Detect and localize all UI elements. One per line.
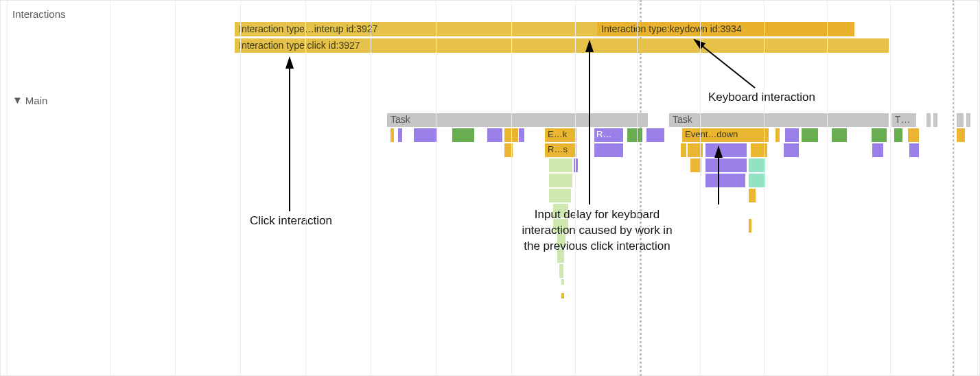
frame-block[interactable] xyxy=(872,128,887,142)
interaction-bar-click[interactable]: Interaction type:click id:3927 xyxy=(235,38,889,54)
event-block-rs[interactable]: R…s xyxy=(545,143,576,157)
frame-block[interactable] xyxy=(398,128,402,142)
frame-block[interactable] xyxy=(749,219,751,233)
event-block-keydown[interactable]: Event…down xyxy=(682,128,769,142)
track-label-interactions[interactable]: Interactions xyxy=(12,8,66,20)
annotation-keyboard: Keyboard interaction xyxy=(690,90,834,106)
frame-block[interactable] xyxy=(561,279,564,285)
frame-block[interactable] xyxy=(519,128,524,142)
frame-block[interactable] xyxy=(705,143,747,157)
gridline xyxy=(436,0,436,376)
gridline xyxy=(827,0,828,376)
frame-block[interactable] xyxy=(549,189,571,202)
interaction-bar-keydown[interactable]: Interaction type:keydown id:3934 xyxy=(597,22,854,37)
gridline xyxy=(511,0,512,376)
frame-block[interactable] xyxy=(751,143,767,157)
gridline xyxy=(305,0,306,376)
gridline xyxy=(110,0,110,376)
frame-block[interactable] xyxy=(784,143,799,157)
task-bar[interactable]: Task xyxy=(669,113,889,127)
frame-block[interactable] xyxy=(775,128,780,142)
task-sliver[interactable] xyxy=(966,113,970,127)
frame-block[interactable] xyxy=(749,189,756,202)
gridline xyxy=(371,0,371,376)
frame-block[interactable] xyxy=(872,143,883,157)
frame-block[interactable] xyxy=(749,158,765,172)
frame-block[interactable] xyxy=(646,128,664,142)
frame-block[interactable] xyxy=(390,128,394,142)
frame-block[interactable] xyxy=(452,128,474,142)
task-sliver[interactable] xyxy=(926,113,931,127)
frame-block[interactable] xyxy=(549,174,572,187)
gridline xyxy=(637,0,638,376)
gridline xyxy=(7,0,8,376)
frame-block[interactable] xyxy=(957,128,965,142)
frame-block[interactable] xyxy=(785,128,799,142)
gridline xyxy=(700,0,701,376)
frame-block[interactable] xyxy=(681,143,686,157)
frame-block[interactable] xyxy=(705,158,747,172)
frame-block[interactable] xyxy=(574,158,578,172)
dotted-guide xyxy=(640,0,642,376)
interaction-bar-pointerup[interactable]: Interaction type…interup id:3927 xyxy=(235,22,597,37)
annotation-input-delay: Input delay for keyboard interaction cau… xyxy=(494,207,700,255)
frame-block[interactable] xyxy=(487,128,502,142)
main-label-text: Main xyxy=(25,95,48,106)
frame-block[interactable] xyxy=(894,128,902,142)
frame-block[interactable] xyxy=(908,128,919,142)
frame-block[interactable] xyxy=(549,158,572,172)
frame-block[interactable] xyxy=(627,128,642,142)
frame-block[interactable] xyxy=(909,143,919,157)
annotation-line: interaction caused by work in xyxy=(522,224,672,237)
frame-block[interactable] xyxy=(414,128,437,142)
frame-block[interactable] xyxy=(561,293,564,298)
event-block-ek[interactable]: E…k xyxy=(545,128,576,142)
task-sliver[interactable] xyxy=(933,113,937,127)
task-sliver[interactable] xyxy=(957,113,964,127)
frame-block[interactable] xyxy=(705,174,745,187)
task-bar[interactable]: Task xyxy=(387,113,648,127)
annotation-click: Click interaction xyxy=(236,213,346,229)
frame-block[interactable] xyxy=(594,143,623,157)
frame-block[interactable] xyxy=(559,264,563,278)
gridline xyxy=(240,0,241,376)
gridline xyxy=(175,0,176,376)
gridline xyxy=(977,0,978,376)
disclosure-triangle-icon[interactable]: ▼ xyxy=(12,94,23,106)
annotation-line: Input delay for keyboard xyxy=(535,208,660,221)
gridline xyxy=(954,0,955,376)
frame-block[interactable] xyxy=(749,174,765,187)
gridline xyxy=(890,0,891,376)
track-label-main[interactable]: ▼Main xyxy=(12,95,47,106)
annotation-line: the previous click interaction xyxy=(524,239,670,252)
task-bar[interactable]: T… xyxy=(891,113,916,127)
gridline xyxy=(764,0,765,376)
frame-block[interactable] xyxy=(832,128,847,142)
frame-block[interactable] xyxy=(802,128,818,142)
timeline-viewport[interactable] xyxy=(0,0,980,376)
frame-block-r[interactable]: R… xyxy=(594,128,623,142)
gridline xyxy=(575,0,576,376)
